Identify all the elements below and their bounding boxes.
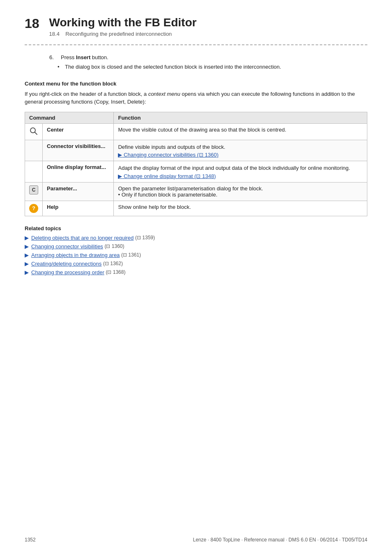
table-row: Online display format...Adapt the displa… xyxy=(25,161,367,183)
related-ref: (⊡ 1359) xyxy=(135,235,155,240)
table-row: CenterMove the visible cutout of the dra… xyxy=(25,123,367,140)
related-link[interactable]: Deleting objects that are no longer requ… xyxy=(31,235,134,241)
related-arrow-icon: ▶ xyxy=(25,235,29,241)
step6-bullet: • The dialog box is closed and the selec… xyxy=(58,64,367,70)
table-row: CParameter...Open the parameter list/par… xyxy=(25,182,367,201)
table-function-cell: Adapt the display format of the input an… xyxy=(114,161,367,183)
bullet-dot: • xyxy=(58,64,62,70)
page-header: 18 Working with the FB Editor 18.4 Recon… xyxy=(25,16,367,37)
context-section-intro: If you right-click on the header of a fu… xyxy=(25,90,367,106)
page-footer: 1352 Lenze · 8400 TopLine · Reference ma… xyxy=(0,537,392,543)
table-icon-cell xyxy=(25,140,43,161)
table-command-cell: Parameter... xyxy=(43,182,114,201)
help-icon: ? xyxy=(29,204,38,213)
related-item: ▶Changing the processing order (⊡ 1368) xyxy=(25,269,367,275)
related-arrow-icon: ▶ xyxy=(25,261,29,267)
empty-icon xyxy=(33,164,35,170)
step6-bullet-text: The dialog box is closed and the selecte… xyxy=(65,64,281,70)
table-row: ?HelpShow online help for the block. xyxy=(25,201,367,216)
table-icon-cell xyxy=(25,161,43,183)
table-icon-cell: ? xyxy=(25,201,43,216)
related-item: ▶Deleting objects that are no longer req… xyxy=(25,235,367,241)
related-item: ▶Changing connector visibilities (⊡ 1360… xyxy=(25,243,367,250)
col-function: Function xyxy=(114,112,367,123)
related-link[interactable]: Creating/deleting connections xyxy=(31,261,101,267)
section-number: 18.4 xyxy=(49,31,60,37)
page-number: 1352 xyxy=(25,537,36,543)
table-function-cell: Define visible inputs and outputs of the… xyxy=(114,140,367,161)
chapter-number: 18 xyxy=(25,16,39,31)
chapter-title: Working with the FB Editor xyxy=(49,16,197,29)
table-icon-cell: C xyxy=(25,182,43,201)
step6-item: 6. Press Insert button. xyxy=(49,54,367,60)
related-ref: (⊡ 1368) xyxy=(106,269,125,275)
fn-text-cell: Show online help for the block. xyxy=(114,201,367,216)
section-divider xyxy=(25,44,367,45)
col-command: Command xyxy=(25,112,114,123)
empty-icon xyxy=(33,143,35,149)
fn-text-cell: Move the visible cutout of the drawing a… xyxy=(114,123,367,140)
section-title: Reconfiguring the predefined interconnec… xyxy=(65,31,172,37)
related-arrow-icon: ▶ xyxy=(25,269,29,275)
search-icon xyxy=(29,131,38,137)
table-icon-cell xyxy=(25,123,43,140)
table-command-cell: Help xyxy=(43,201,114,216)
chapter-subtitle: 18.4 Reconfiguring the predefined interc… xyxy=(49,31,197,37)
step6-text: Press Insert button. xyxy=(61,54,108,60)
step6-number: 6. xyxy=(49,54,58,60)
related-ref: (⊡ 1361) xyxy=(121,252,141,258)
related-item: ▶Arranging objects in the drawing area (… xyxy=(25,252,367,258)
related-arrow-icon: ▶ xyxy=(25,252,29,258)
command-table: Command Function CenterMove the visible … xyxy=(25,112,367,216)
footer-copyright: Lenze · 8400 TopLine · Reference manual … xyxy=(193,537,367,543)
param-icon: C xyxy=(29,185,38,194)
related-link[interactable]: Arranging objects in the drawing area xyxy=(31,252,120,258)
related-item: ▶Creating/deleting connections (⊡ 1362) xyxy=(25,261,367,267)
fn-main-text: Define visible inputs and outputs of the… xyxy=(118,144,225,150)
table-row: Connector visibilities...Define visible … xyxy=(25,140,367,161)
fn-sub-link[interactable]: ▶ Change online display format (⊡ 1348) xyxy=(118,173,363,179)
related-link[interactable]: Changing connector visibilities xyxy=(31,243,103,250)
svg-line-1 xyxy=(35,132,37,134)
related-ref: (⊡ 1362) xyxy=(103,261,123,266)
related-topics-section: Related topics ▶Deleting objects that ar… xyxy=(25,225,367,275)
related-ref: (⊡ 1360) xyxy=(105,243,125,249)
related-topics-heading: Related topics xyxy=(25,225,367,231)
table-command-cell: Connector visibilities... xyxy=(43,140,114,161)
context-section-heading: Context menu for the function block xyxy=(25,81,367,87)
fn-main-text: Adapt the display format of the input an… xyxy=(118,165,350,171)
param-fn-text: Open the parameter list/parameterisation… xyxy=(118,185,263,198)
table-function-cell: Open the parameter list/parameterisation… xyxy=(114,182,367,201)
table-command-cell: Online display format... xyxy=(43,161,114,183)
step6-container: 6. Press Insert button. • The dialog box… xyxy=(49,54,367,70)
related-arrow-icon: ▶ xyxy=(25,243,29,250)
step6-bold: Insert xyxy=(76,54,90,60)
related-link[interactable]: Changing the processing order xyxy=(31,269,104,275)
fn-sub-link[interactable]: ▶ Changing connector visibilities (⊡ 136… xyxy=(118,152,363,158)
chapter-title-block: Working with the FB Editor 18.4 Reconfig… xyxy=(49,16,197,37)
table-command-cell: Center xyxy=(43,123,114,140)
